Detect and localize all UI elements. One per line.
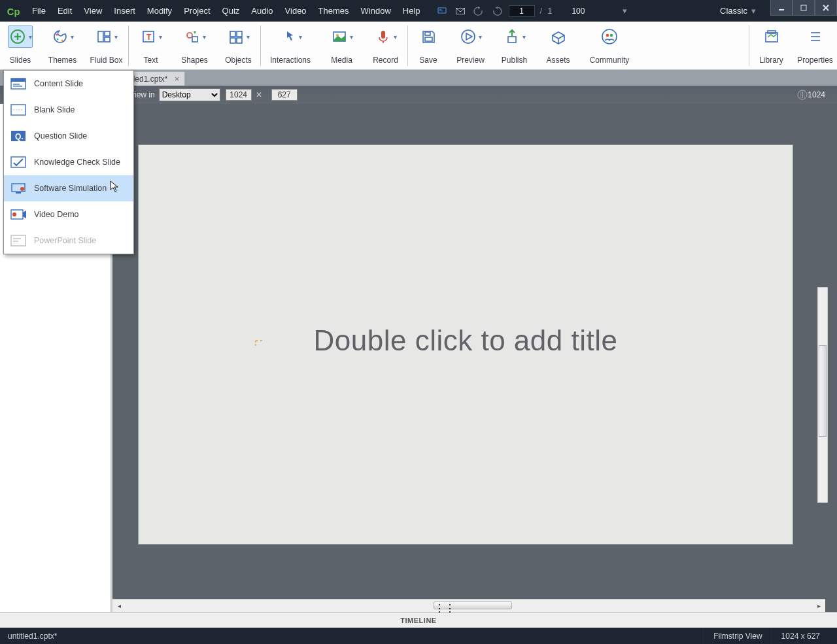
scroll-left-icon[interactable]: ◂: [114, 601, 124, 610]
ribbon-publish[interactable]: ▾ Publish: [492, 22, 536, 69]
ribbon-community[interactable]: Community: [580, 22, 639, 69]
zoom-control[interactable]: ▾: [568, 5, 627, 17]
ribbon-properties[interactable]: Properties: [793, 22, 837, 65]
horizontal-scrollbar[interactable]: ◂ ⋮⋮ ▸: [112, 599, 825, 612]
svg-rect-48: [13, 84, 20, 85]
menu-help[interactable]: Help: [397, 0, 426, 22]
ribbon-assets[interactable]: Assets: [536, 22, 580, 69]
svg-rect-2: [439, 9, 441, 10]
svg-rect-22: [230, 31, 235, 37]
svg-rect-31: [425, 37, 432, 41]
timeline-panel-header[interactable]: TIMELINE: [0, 612, 837, 628]
menu-edit[interactable]: Edit: [52, 0, 78, 22]
menu-item-question-slide[interactable]: Q. Question Slide: [4, 123, 133, 149]
svg-point-13: [57, 39, 59, 41]
page-current-input[interactable]: [509, 5, 535, 17]
software-simulation-icon: [10, 182, 26, 195]
ribbon-library[interactable]: Library: [749, 22, 793, 65]
question-slide-icon: Q.: [10, 129, 26, 143]
menu-quiz[interactable]: Quiz: [216, 0, 246, 22]
undo-icon[interactable]: [470, 0, 488, 22]
svg-point-57: [20, 187, 24, 191]
device-select[interactable]: Desktop: [159, 88, 220, 101]
minimize-button[interactable]: [770, 0, 793, 16]
app-logo: Cp: [0, 0, 26, 22]
menu-modify[interactable]: Modify: [141, 0, 178, 22]
workspace-switcher[interactable]: Classic▾: [713, 0, 762, 22]
svg-rect-23: [237, 31, 242, 37]
svg-point-14: [61, 40, 63, 42]
ribbon-interactions[interactable]: ▾ Interactions: [261, 22, 320, 69]
title-placeholder[interactable]: Double click to add title: [314, 324, 618, 357]
menu-item-blank-slide[interactable]: Blank Slide: [4, 97, 133, 123]
vertical-scrollbar[interactable]: [817, 287, 828, 503]
menu-file[interactable]: File: [26, 0, 52, 22]
ribbon-themes[interactable]: ▾ Themes: [41, 22, 84, 69]
page-separator: /: [540, 6, 543, 16]
svg-rect-38: [768, 31, 776, 33]
menu-item-knowledge-check[interactable]: Knowledge Check Slide: [4, 149, 133, 175]
status-filename: untitled1.cptx*: [8, 632, 57, 641]
close-button[interactable]: [815, 0, 837, 16]
ribbon-fluidbox[interactable]: ▾ Fluid Box: [84, 22, 128, 69]
scroll-right-icon[interactable]: ▸: [813, 601, 824, 610]
ribbon-objects[interactable]: ▾ Objects: [216, 22, 260, 69]
svg-text:T: T: [146, 33, 152, 42]
page-total: 1: [547, 6, 552, 16]
close-icon[interactable]: ×: [175, 74, 180, 84]
svg-point-36: [610, 34, 613, 37]
dimension-x: ✕: [256, 90, 262, 99]
chevron-down-icon: ▾: [29, 33, 32, 41]
redo-icon[interactable]: [488, 0, 506, 22]
svg-text:Q.: Q.: [15, 132, 24, 141]
svg-rect-25: [237, 38, 242, 43]
ribbon-slides[interactable]: ▾ Slides: [0, 22, 41, 69]
svg-rect-62: [13, 241, 18, 242]
chevron-down-icon[interactable]: ▾: [623, 6, 627, 16]
ribbon-record[interactable]: ▾ Record: [364, 22, 407, 69]
chevron-down-icon: ▾: [394, 33, 397, 41]
height-input[interactable]: [271, 89, 298, 101]
ribbon-text[interactable]: T▾ Text: [129, 22, 173, 69]
sync-icon[interactable]: [433, 0, 451, 22]
chevron-down-icon: ▾: [247, 33, 250, 41]
chevron-down-icon: ▾: [114, 33, 118, 41]
maximize-button[interactable]: [793, 0, 815, 16]
menu-window[interactable]: Window: [355, 0, 397, 22]
ribbon-media[interactable]: ▾ Media: [320, 22, 364, 69]
menu-view[interactable]: View: [78, 0, 108, 22]
menu-themes[interactable]: Themes: [313, 0, 355, 22]
view-in-label: view in: [131, 90, 155, 99]
width-input[interactable]: [226, 89, 252, 101]
menu-audio[interactable]: Audio: [245, 0, 279, 22]
ribbon-shapes[interactable]: ▾ Shapes: [173, 22, 216, 69]
svg-rect-33: [508, 37, 516, 42]
menu-item-video-demo[interactable]: Video Demo: [4, 201, 133, 228]
slide-canvas[interactable]: Double click to add title: [139, 145, 793, 544]
svg-rect-47: [11, 78, 26, 82]
svg-rect-54: [11, 157, 26, 167]
toolbar-ribbon: ▾ Slides ▾ Themes ▾ Fluid Box T▾ Text ▾ …: [0, 22, 837, 70]
svg-rect-15: [98, 31, 103, 42]
chevron-down-icon: ▾: [203, 33, 206, 41]
text-anchor-icon: [255, 337, 263, 344]
svg-rect-3: [439, 10, 443, 11]
scroll-thumb[interactable]: [819, 345, 827, 437]
window-controls: [770, 0, 837, 22]
video-demo-icon: [10, 208, 26, 221]
svg-rect-28: [381, 31, 385, 39]
chevron-down-icon: ▾: [479, 33, 482, 41]
status-view-mode[interactable]: Filmstrip View: [704, 628, 771, 644]
mail-icon[interactable]: [451, 0, 470, 22]
menu-insert[interactable]: Insert: [108, 0, 141, 22]
svg-rect-61: [13, 238, 21, 239]
ribbon-save[interactable]: Save: [408, 22, 449, 69]
canvas-viewport: Double click to add title: [112, 139, 816, 596]
scroll-thumb[interactable]: ⋮⋮: [434, 602, 512, 609]
svg-point-34: [602, 29, 617, 44]
zoom-input[interactable]: [568, 5, 604, 17]
ribbon-preview[interactable]: ▾ Preview: [449, 22, 492, 69]
menu-video[interactable]: Video: [279, 0, 313, 22]
menu-item-content-slide[interactable]: Content Slide: [4, 71, 133, 97]
menu-project[interactable]: Project: [178, 0, 216, 22]
